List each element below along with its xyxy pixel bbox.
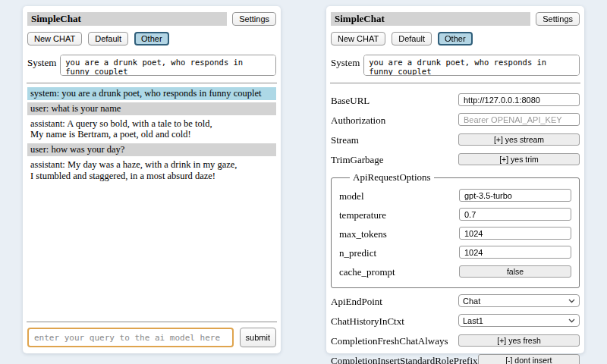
- api-endpoint-selected-value: Chat: [463, 297, 480, 306]
- settings-list: BaseURL Authorization Stream [+] yes str…: [331, 87, 580, 364]
- session-button-default[interactable]: Default: [392, 32, 432, 46]
- max-tokens-input[interactable]: [459, 227, 571, 240]
- api-endpoint-select[interactable]: Chat: [458, 294, 580, 307]
- chat-history-selected-value: Last1: [463, 316, 483, 325]
- trimgarbage-toggle-button[interactable]: [+] yes trim: [458, 153, 580, 165]
- system-prompt-input[interactable]: you are a drunk poet, who responds in fu…: [363, 55, 580, 76]
- system-label: System: [331, 55, 360, 69]
- session-button-default[interactable]: Default: [88, 32, 128, 46]
- n-predict-label: n_predict: [339, 245, 376, 259]
- api-request-options-legend: ApiRequestOptions: [350, 171, 434, 184]
- completion-insert-label: CompletionInsertStandardRolePrefix: [331, 353, 478, 364]
- settings-panel: SimpleChat Settings New CHAT Default Oth…: [326, 6, 584, 353]
- stream-label: Stream: [331, 132, 359, 146]
- completion-fresh-label: CompletionFreshChatAlways: [331, 333, 448, 347]
- chevron-down-icon: [568, 318, 575, 323]
- settings-button[interactable]: Settings: [536, 12, 580, 26]
- session-button-other[interactable]: Other: [134, 32, 169, 46]
- trimgarbage-label: TrimGarbage: [331, 152, 384, 166]
- chat-log: system: you are a drunk poet, who respon…: [27, 87, 276, 182]
- setting-row-stream: Stream [+] yes stream: [331, 132, 580, 146]
- setting-row-n-predict: n_predict: [339, 245, 571, 259]
- chat-message-user: user: what is your name: [27, 102, 276, 115]
- chathistoryinctxt-label: ChatHistoryInCtxt: [331, 313, 404, 328]
- setting-row-apiendpoint: ApiEndPoint Chat: [331, 293, 580, 308]
- setting-row-baseurl: BaseURL: [331, 93, 580, 107]
- model-input[interactable]: [459, 189, 571, 202]
- apiendpoint-label: ApiEndPoint: [331, 293, 382, 308]
- completion-insert-toggle-button[interactable]: [-] dont insert: [478, 354, 580, 364]
- setting-row-cache-prompt: cache_prompt false: [339, 264, 571, 278]
- query-input[interactable]: [27, 328, 234, 347]
- setting-row-max-tokens: max_tokens: [339, 226, 571, 240]
- completion-fresh-toggle-button[interactable]: [+] yes fresh: [458, 334, 580, 347]
- chat-message-system: system: you are a drunk poet, who respon…: [27, 87, 276, 100]
- divider: [27, 83, 277, 83]
- page: SimpleChat Settings New CHAT Default Oth…: [0, 0, 607, 353]
- setting-row-temperature: temperature: [339, 207, 571, 221]
- setting-row-model: model: [339, 188, 571, 202]
- system-label: System: [27, 55, 56, 69]
- authorization-input[interactable]: [458, 113, 580, 126]
- api-request-options-fieldset: ApiRequestOptions model temperature max_…: [331, 171, 580, 288]
- settings-button[interactable]: Settings: [232, 12, 276, 26]
- header: SimpleChat Settings: [27, 12, 276, 26]
- session-button-other[interactable]: Other: [438, 32, 473, 46]
- system-prompt-row: System you are a drunk poet, who respond…: [331, 55, 580, 76]
- setting-row-completionfreshchatalways: CompletionFreshChatAlways [+] yes fresh: [331, 333, 580, 347]
- cache-prompt-toggle-button[interactable]: false: [459, 265, 571, 278]
- cache-prompt-label: cache_prompt: [339, 264, 395, 278]
- app-title: SimpleChat: [27, 12, 227, 26]
- query-footer: submit: [27, 322, 277, 347]
- divider: [27, 322, 277, 322]
- authorization-label: Authorization: [331, 112, 385, 127]
- session-buttons: New CHAT Default Other: [331, 32, 580, 46]
- system-prompt-row: System you are a drunk poet, who respond…: [27, 55, 276, 76]
- chat-panel: SimpleChat Settings New CHAT Default Oth…: [23, 6, 281, 353]
- divider: [330, 83, 580, 83]
- setting-row-trimgarbage: TrimGarbage [+] yes trim: [331, 152, 580, 166]
- max-tokens-label: max_tokens: [339, 226, 387, 240]
- chat-message-assistant: assistant: My day was a haze, with a dri…: [27, 158, 276, 183]
- stream-toggle-button[interactable]: [+] yes stream: [458, 133, 580, 146]
- setting-row-authorization: Authorization: [331, 112, 580, 127]
- submit-button[interactable]: submit: [240, 328, 276, 347]
- chat-message-user: user: how was your day?: [27, 143, 276, 156]
- header: SimpleChat Settings: [331, 12, 580, 26]
- temperature-label: temperature: [339, 207, 386, 221]
- temperature-input[interactable]: [459, 208, 571, 221]
- setting-row-chathistoryinctxt: ChatHistoryInCtxt Last1: [331, 313, 580, 328]
- session-buttons: New CHAT Default Other: [27, 32, 276, 46]
- setting-row-completioninsertstandardroleprefix: CompletionInsertStandardRolePrefix [-] d…: [331, 353, 580, 364]
- chevron-down-icon: [568, 299, 575, 303]
- baseurl-input[interactable]: [458, 93, 580, 106]
- app-title: SimpleChat: [331, 12, 530, 26]
- baseurl-label: BaseURL: [331, 93, 370, 107]
- new-chat-button[interactable]: New CHAT: [331, 32, 385, 46]
- system-prompt-input[interactable]: you are a drunk poet, who responds in fu…: [60, 55, 276, 76]
- chat-message-assistant: assistant: A query so bold, with a tale …: [27, 118, 276, 142]
- model-label: model: [339, 188, 364, 202]
- query-row: submit: [27, 328, 276, 347]
- n-predict-input[interactable]: [459, 246, 571, 259]
- new-chat-button[interactable]: New CHAT: [27, 32, 82, 46]
- chat-history-in-ctxt-select[interactable]: Last1: [458, 314, 580, 327]
